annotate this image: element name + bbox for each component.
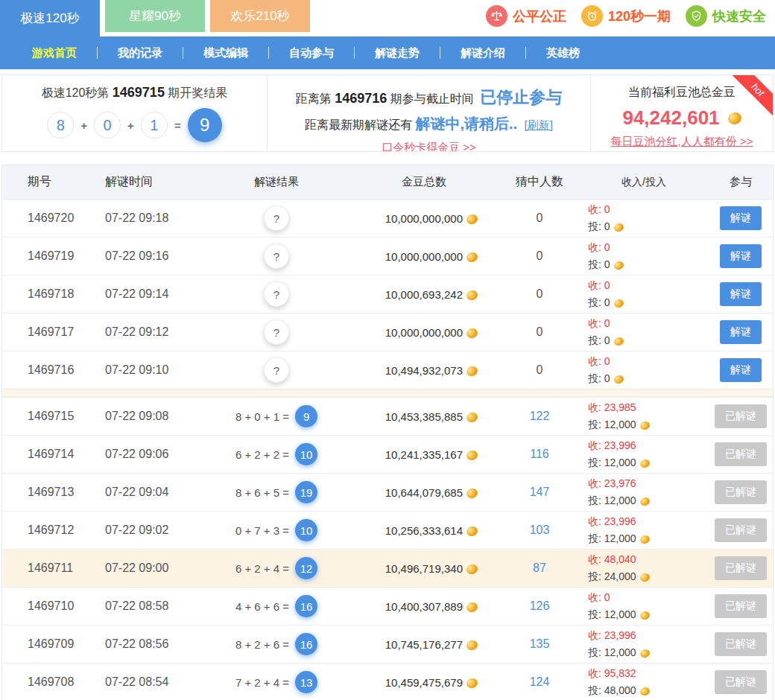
nav-item-heroes[interactable]: 英雄榜 <box>526 46 600 60</box>
winners-cell[interactable]: 135 <box>499 637 581 651</box>
period-cell: 1469717 <box>2 325 84 339</box>
result-cell: ? <box>203 244 349 269</box>
join-status: 已停止参与 <box>480 88 562 106</box>
nav-item-home[interactable]: 游戏首页 <box>12 46 97 60</box>
badge-period-label: 120秒一期 <box>608 7 671 25</box>
top-tabs-bar: 极速120秒 星耀90秒 欢乐210秒 公平公正 120秒一期 <box>0 0 775 36</box>
winners-cell[interactable]: 0 <box>499 325 581 339</box>
period-cell: 1469710 <box>2 599 84 613</box>
result-cell: 6 + 2 + 4 = 12 <box>203 557 349 579</box>
winners-cell[interactable]: 126 <box>499 599 581 613</box>
action-cell: 解谜 <box>707 320 774 344</box>
period-cell: 1469709 <box>2 637 84 651</box>
income-cell: 收: 0 投: 0 <box>581 277 707 311</box>
invest-line: 投: 0 <box>588 218 707 235</box>
solve-button: 已解谜 <box>715 518 767 542</box>
nav-item-mode-edit[interactable]: 模式编辑 <box>183 46 268 60</box>
row-sum-ball: 10 <box>295 519 317 541</box>
winners-cell[interactable]: 87 <box>499 561 581 575</box>
invest-line: 投: 12,000 <box>588 644 707 661</box>
coin-icon <box>465 677 478 690</box>
winners-cell[interactable]: 103 <box>499 524 581 537</box>
header-period: 期号 <box>2 174 84 190</box>
solve-button[interactable]: 解谜 <box>720 244 762 268</box>
result-cell: ? <box>203 357 349 383</box>
draw-result-balls: 8 + 0 + 1 = 9 <box>2 108 267 142</box>
result-ball-1: 8 <box>47 112 74 139</box>
coin-icon <box>727 110 743 126</box>
time-cell: 07-22 09:06 <box>84 448 203 461</box>
nav-item-auto-join[interactable]: 自动参与 <box>269 46 354 60</box>
income-line: 收: 0 <box>588 201 707 218</box>
solve-button[interactable]: 解谜 <box>720 358 762 382</box>
invest-line: 投: 12,000 <box>588 454 707 471</box>
pool-dividend-link[interactable]: 每日豆池分红,人人都有份 >> <box>611 135 753 149</box>
winners-cell[interactable]: 0 <box>499 363 581 377</box>
winners-cell[interactable]: 116 <box>499 448 581 461</box>
coin-icon <box>639 572 651 582</box>
result-cell: 8 + 6 + 5 = 19 <box>203 481 349 503</box>
winners-cell[interactable]: 124 <box>499 675 581 689</box>
nav-item-trend[interactable]: 解谜走势 <box>355 46 440 60</box>
total-beans-cell: 10,496,719,340 <box>349 562 499 575</box>
table-row: 1469719 07-22 09:16 ? 10,000,000,000 0 收… <box>2 237 773 275</box>
income-cell: 收: 23,996 投: 12,000 <box>581 513 707 547</box>
trust-badges: 公平公正 120秒一期 快速安全 <box>486 0 775 32</box>
income-cell: 收: 48,040 投: 24,000 <box>581 551 707 585</box>
row-sum-ball: 13 <box>295 671 317 693</box>
result-cell: 7 + 2 + 4 = 13 <box>203 671 349 693</box>
income-cell: 收: 0 投: 0 <box>581 239 707 273</box>
coin-icon <box>639 458 651 468</box>
winners-cell[interactable]: 0 <box>499 287 581 301</box>
result-equation: 7 + 2 + 4 = 13 <box>235 671 317 693</box>
coin-icon <box>613 260 624 270</box>
badge-period: 120秒一期 <box>581 5 671 27</box>
nav-item-my-records[interactable]: 我的记录 <box>98 46 183 60</box>
tab-star-90s[interactable]: 星耀90秒 <box>105 0 205 32</box>
total-beans-cell: 10,644,079,685 <box>349 486 499 499</box>
solving-line: 距离最新期解谜还有 解谜中,请稍后.. [刷新] <box>268 114 590 134</box>
section-separator <box>2 389 773 397</box>
nav-item-intro[interactable]: 解谜介绍 <box>440 46 525 60</box>
header-winners: 猜中人数 <box>499 174 581 190</box>
table-row: 1469720 07-22 09:18 ? 10,000,000,000 0 收… <box>2 199 773 237</box>
result-cell: ? <box>203 206 349 231</box>
solve-button[interactable]: 解谜 <box>720 320 762 344</box>
winners-cell[interactable]: 122 <box>499 410 581 423</box>
result-equation: 6 + 2 + 2 = 10 <box>235 443 317 465</box>
period-cell: 1469718 <box>2 287 84 301</box>
income-line: 收: 0 <box>588 315 707 332</box>
time-cell: 07-22 09:14 <box>84 287 203 301</box>
result-equation: 0 + 7 + 3 = 10 <box>235 519 317 541</box>
tab-happy-210s[interactable]: 欢乐210秒 <box>210 0 310 32</box>
winners-cell[interactable]: 0 <box>499 211 581 225</box>
income-cell: 收: 23,985 投: 12,000 <box>581 399 707 433</box>
pending-result-icon: ? <box>264 319 289 345</box>
row-sum-ball: 10 <box>295 443 317 465</box>
coin-icon <box>465 639 478 652</box>
solve-button[interactable]: 解谜 <box>720 206 762 230</box>
table-header: 期号 解谜时间 解谜结果 金豆总数 猜中人数 收入/投入 参与 <box>2 165 773 199</box>
promo-link[interactable]: 口令秒卡得金豆 >> <box>382 141 476 152</box>
coin-icon <box>465 563 478 576</box>
table-row: 1469710 07-22 08:58 4 + 6 + 6 = 16 10,40… <box>2 587 773 625</box>
period-cell: 1469713 <box>2 486 84 499</box>
table-body: 1469720 07-22 09:18 ? 10,000,000,000 0 收… <box>2 199 773 700</box>
period-cell: 1469711 <box>2 561 84 575</box>
winners-cell[interactable]: 147 <box>499 486 581 499</box>
table-row: 1469711 07-22 09:00 6 + 2 + 4 = 12 10,49… <box>2 549 773 587</box>
total-beans-cell: 10,459,475,679 <box>349 676 499 689</box>
result-cell: 8 + 0 + 1 = 9 <box>203 405 349 427</box>
solve-button: 已解谜 <box>715 442 767 466</box>
winners-cell[interactable]: 0 <box>499 249 581 263</box>
refresh-link[interactable]: [刷新] <box>525 118 553 131</box>
pool-section: 当前福利豆池总金豆 94,242,601 每日豆池分红,人人都有份 >> <box>591 75 773 151</box>
result-sum-ball: 9 <box>188 108 222 142</box>
info-panel: 极速120秒第 1469715 期开奖结果 8 + 0 + 1 = 9 距离第 … <box>1 74 774 152</box>
solve-button[interactable]: 解谜 <box>720 282 762 306</box>
result-ball-3: 1 <box>141 112 168 139</box>
result-equation: 8 + 2 + 6 = 16 <box>235 633 317 655</box>
row-sum-ball: 12 <box>295 557 317 579</box>
tab-speed-120s[interactable]: 极速120秒 <box>0 0 100 36</box>
table-row: 1469713 07-22 09:04 8 + 6 + 5 = 19 10,64… <box>2 473 773 511</box>
